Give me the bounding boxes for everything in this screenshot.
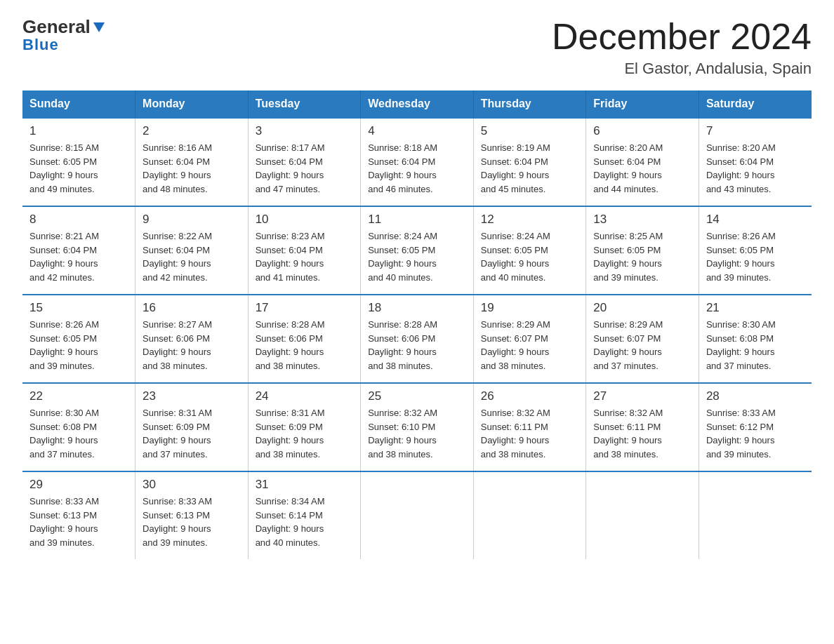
day-number: 18 [368, 301, 466, 315]
calendar-cell: 30Sunrise: 8:33 AMSunset: 6:13 PMDayligh… [135, 471, 249, 559]
day-number: 19 [481, 301, 579, 315]
day-info: Sunrise: 8:28 AMSunset: 6:06 PMDaylight:… [368, 318, 466, 373]
day-number: 27 [593, 389, 691, 403]
day-info: Sunrise: 8:19 AMSunset: 6:04 PMDaylight:… [481, 141, 579, 196]
calendar-cell: 17Sunrise: 8:28 AMSunset: 6:06 PMDayligh… [248, 295, 361, 383]
day-number: 17 [256, 301, 354, 315]
calendar-cell: 31Sunrise: 8:34 AMSunset: 6:14 PMDayligh… [248, 471, 361, 559]
calendar-header-row: SundayMondayTuesdayWednesdayThursdayFrid… [22, 90, 812, 118]
calendar-week-2: 8Sunrise: 8:21 AMSunset: 6:04 PMDaylight… [22, 206, 812, 295]
day-info: Sunrise: 8:16 AMSunset: 6:04 PMDaylight:… [143, 141, 241, 196]
day-number: 6 [593, 124, 691, 138]
calendar-cell: 28Sunrise: 8:33 AMSunset: 6:12 PMDayligh… [699, 383, 812, 471]
day-info: Sunrise: 8:32 AMSunset: 6:11 PMDaylight:… [593, 406, 691, 461]
day-number: 8 [29, 213, 128, 227]
calendar-cell: 19Sunrise: 8:29 AMSunset: 6:07 PMDayligh… [473, 295, 586, 383]
calendar-cell: 4Sunrise: 8:18 AMSunset: 6:04 PMDaylight… [361, 118, 474, 206]
calendar-cell: 24Sunrise: 8:31 AMSunset: 6:09 PMDayligh… [248, 383, 361, 471]
calendar-cell: 21Sunrise: 8:30 AMSunset: 6:08 PMDayligh… [699, 295, 812, 383]
calendar-cell: 3Sunrise: 8:17 AMSunset: 6:04 PMDaylight… [248, 118, 361, 206]
calendar-week-5: 29Sunrise: 8:33 AMSunset: 6:13 PMDayligh… [22, 471, 812, 559]
header-wednesday: Wednesday [361, 90, 474, 118]
day-number: 26 [481, 389, 579, 403]
day-info: Sunrise: 8:32 AMSunset: 6:11 PMDaylight:… [481, 406, 579, 461]
logo: General Blue [22, 17, 107, 54]
day-info: Sunrise: 8:33 AMSunset: 6:13 PMDaylight:… [143, 495, 241, 549]
title-block: December 2024 El Gastor, Andalusia, Spai… [552, 17, 812, 78]
calendar-cell: 13Sunrise: 8:25 AMSunset: 6:05 PMDayligh… [586, 206, 699, 295]
calendar-cell: 12Sunrise: 8:24 AMSunset: 6:05 PMDayligh… [473, 206, 586, 295]
day-info: Sunrise: 8:17 AMSunset: 6:04 PMDaylight:… [256, 141, 354, 196]
day-number: 2 [143, 124, 241, 138]
day-number: 28 [706, 389, 805, 403]
day-info: Sunrise: 8:27 AMSunset: 6:06 PMDaylight:… [143, 318, 241, 373]
calendar-week-3: 15Sunrise: 8:26 AMSunset: 6:05 PMDayligh… [22, 295, 812, 383]
day-info: Sunrise: 8:15 AMSunset: 6:05 PMDaylight:… [29, 141, 128, 196]
calendar-cell [586, 471, 699, 559]
header-sunday: Sunday [22, 90, 135, 118]
header-saturday: Saturday [699, 90, 812, 118]
page-header: General Blue December 2024 El Gastor, An… [22, 17, 812, 78]
day-info: Sunrise: 8:20 AMSunset: 6:04 PMDaylight:… [593, 141, 691, 196]
day-number: 9 [143, 213, 241, 227]
svg-marker-0 [93, 22, 105, 32]
page-subtitle: El Gastor, Andalusia, Spain [552, 60, 812, 78]
day-info: Sunrise: 8:21 AMSunset: 6:04 PMDaylight:… [29, 229, 128, 284]
calendar-cell: 26Sunrise: 8:32 AMSunset: 6:11 PMDayligh… [473, 383, 586, 471]
calendar-cell: 2Sunrise: 8:16 AMSunset: 6:04 PMDaylight… [135, 118, 249, 206]
calendar-cell: 27Sunrise: 8:32 AMSunset: 6:11 PMDayligh… [586, 383, 699, 471]
calendar-cell [361, 471, 474, 559]
day-number: 7 [706, 124, 805, 138]
logo-general: General [22, 17, 91, 37]
day-number: 5 [481, 124, 579, 138]
calendar-cell: 22Sunrise: 8:30 AMSunset: 6:08 PMDayligh… [22, 383, 135, 471]
day-number: 21 [706, 301, 805, 315]
day-info: Sunrise: 8:24 AMSunset: 6:05 PMDaylight:… [481, 229, 579, 284]
day-number: 4 [368, 124, 466, 138]
calendar-cell [473, 471, 586, 559]
calendar-cell: 14Sunrise: 8:26 AMSunset: 6:05 PMDayligh… [699, 206, 812, 295]
day-info: Sunrise: 8:23 AMSunset: 6:04 PMDaylight:… [256, 229, 354, 284]
calendar-cell: 18Sunrise: 8:28 AMSunset: 6:06 PMDayligh… [361, 295, 474, 383]
logo-blue: Blue [22, 36, 59, 54]
day-info: Sunrise: 8:29 AMSunset: 6:07 PMDaylight:… [481, 318, 579, 373]
calendar-cell: 1Sunrise: 8:15 AMSunset: 6:05 PMDaylight… [22, 118, 135, 206]
day-number: 11 [368, 213, 466, 227]
page-title: December 2024 [552, 17, 812, 57]
day-info: Sunrise: 8:26 AMSunset: 6:05 PMDaylight:… [706, 229, 805, 284]
logo-triangle-icon [91, 20, 107, 35]
day-info: Sunrise: 8:33 AMSunset: 6:12 PMDaylight:… [706, 406, 805, 461]
calendar-cell: 15Sunrise: 8:26 AMSunset: 6:05 PMDayligh… [22, 295, 135, 383]
calendar-cell: 8Sunrise: 8:21 AMSunset: 6:04 PMDaylight… [22, 206, 135, 295]
calendar-cell: 6Sunrise: 8:20 AMSunset: 6:04 PMDaylight… [586, 118, 699, 206]
day-info: Sunrise: 8:31 AMSunset: 6:09 PMDaylight:… [256, 406, 354, 461]
day-info: Sunrise: 8:26 AMSunset: 6:05 PMDaylight:… [29, 318, 128, 373]
header-tuesday: Tuesday [248, 90, 361, 118]
day-number: 10 [256, 213, 354, 227]
calendar-cell: 25Sunrise: 8:32 AMSunset: 6:10 PMDayligh… [361, 383, 474, 471]
day-info: Sunrise: 8:34 AMSunset: 6:14 PMDaylight:… [256, 495, 354, 549]
calendar-cell: 20Sunrise: 8:29 AMSunset: 6:07 PMDayligh… [586, 295, 699, 383]
day-number: 3 [256, 124, 354, 138]
calendar-cell: 11Sunrise: 8:24 AMSunset: 6:05 PMDayligh… [361, 206, 474, 295]
day-info: Sunrise: 8:22 AMSunset: 6:04 PMDaylight:… [143, 229, 241, 284]
calendar-week-1: 1Sunrise: 8:15 AMSunset: 6:05 PMDaylight… [22, 118, 812, 206]
calendar-cell [699, 471, 812, 559]
header-thursday: Thursday [473, 90, 586, 118]
day-number: 31 [256, 478, 354, 492]
day-number: 25 [368, 389, 466, 403]
day-info: Sunrise: 8:30 AMSunset: 6:08 PMDaylight:… [29, 406, 128, 461]
day-number: 22 [29, 389, 128, 403]
day-info: Sunrise: 8:24 AMSunset: 6:05 PMDaylight:… [368, 229, 466, 284]
header-monday: Monday [135, 90, 249, 118]
calendar-table: SundayMondayTuesdayWednesdayThursdayFrid… [22, 90, 812, 559]
day-number: 23 [143, 389, 241, 403]
day-number: 12 [481, 213, 579, 227]
calendar-week-4: 22Sunrise: 8:30 AMSunset: 6:08 PMDayligh… [22, 383, 812, 471]
day-number: 15 [29, 301, 128, 315]
calendar-cell: 9Sunrise: 8:22 AMSunset: 6:04 PMDaylight… [135, 206, 249, 295]
day-number: 13 [593, 213, 691, 227]
day-number: 29 [29, 478, 128, 492]
day-number: 24 [256, 389, 354, 403]
day-info: Sunrise: 8:32 AMSunset: 6:10 PMDaylight:… [368, 406, 466, 461]
